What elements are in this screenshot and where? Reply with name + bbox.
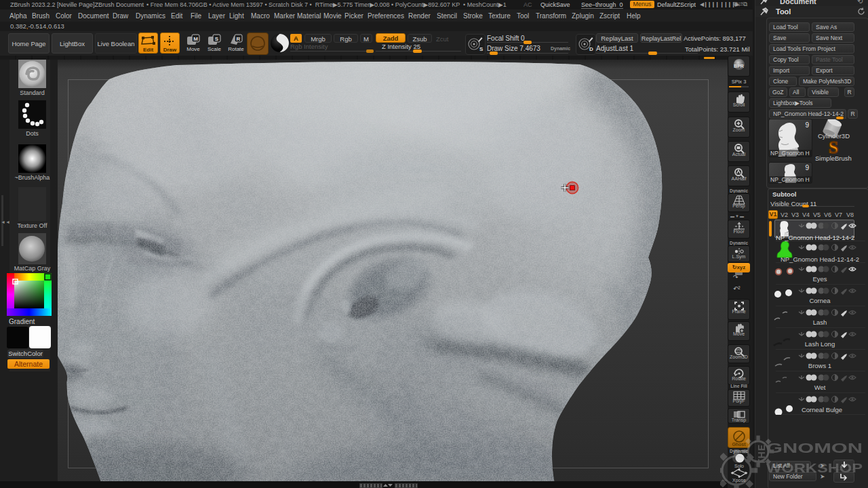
svg-text:S: S — [479, 46, 484, 52]
svg-text:Lash: Lash — [813, 319, 827, 326]
svg-text:NP_Gnomon Head-12-14-2: NP_Gnomon Head-12-14-2 — [781, 256, 859, 263]
svg-text:M: M — [193, 36, 198, 42]
svg-text:R: R — [237, 36, 241, 42]
svg-text:Lash Long: Lash Long — [805, 340, 835, 348]
svg-text:Corneal Bulge: Corneal Bulge — [802, 406, 842, 413]
svg-text:S: S — [215, 36, 219, 42]
svg-text:Wet: Wet — [814, 384, 826, 391]
svg-text:Cornea: Cornea — [809, 297, 831, 304]
svg-text:S: S — [829, 139, 838, 155]
svg-text:Eyes: Eyes — [812, 275, 827, 283]
svg-text:Brows 1: Brows 1 — [808, 362, 831, 369]
svg-text:NP_Gnomon Head-12-14-2: NP_Gnomon Head-12-14-2 — [776, 234, 854, 241]
svg-text:D: D — [589, 46, 593, 52]
